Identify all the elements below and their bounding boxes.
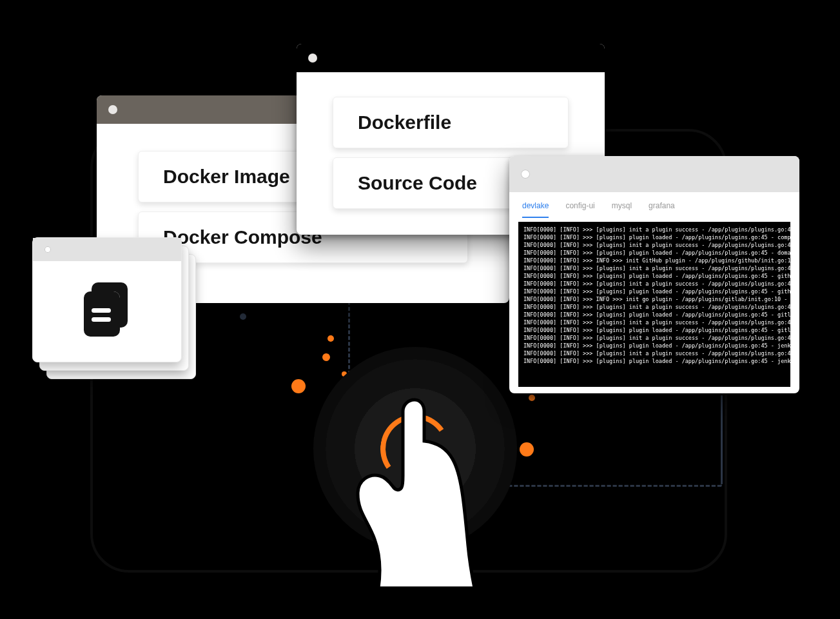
window-dot-icon xyxy=(44,246,51,253)
window-dot-icon xyxy=(108,105,117,114)
accent-dot xyxy=(291,379,306,393)
svg-rect-2 xyxy=(84,291,120,337)
accent-dot xyxy=(327,335,334,342)
documents-stack xyxy=(32,237,196,379)
hand-pointer-icon xyxy=(354,396,476,589)
window-dot-icon xyxy=(521,170,530,179)
accent-dot xyxy=(529,395,535,401)
tab-mysql[interactable]: mysql xyxy=(612,201,632,218)
accent-dot xyxy=(520,442,534,457)
dashed-connector xyxy=(721,393,723,486)
tab-grafana[interactable]: grafana xyxy=(649,201,675,218)
accent-dot xyxy=(322,353,330,361)
documents-stack-front xyxy=(32,237,182,362)
touch-button[interactable] xyxy=(313,347,517,551)
svg-rect-3 xyxy=(92,308,111,313)
terminal-tabs: devlake config-ui mysql grafana xyxy=(509,192,799,218)
dashed-connector xyxy=(490,485,722,487)
illustration-stage: Docker Image Docker Compose Dockerfile S… xyxy=(0,0,840,619)
window-dot-icon xyxy=(308,54,317,63)
svg-rect-4 xyxy=(92,317,111,322)
card-dockerfile[interactable]: Dockerfile xyxy=(333,97,569,148)
accent-dot xyxy=(240,313,246,320)
window-titlebar xyxy=(509,156,799,192)
tab-devlake[interactable]: devlake xyxy=(522,201,549,218)
tab-config-ui[interactable]: config-ui xyxy=(565,201,594,218)
window-titlebar xyxy=(297,44,605,72)
document-icon xyxy=(33,261,181,358)
terminal-output: INFO[0000] [INFO] >>> [plugins] init a p… xyxy=(518,222,790,387)
window-terminal: devlake config-ui mysql grafana INFO[000… xyxy=(509,156,799,393)
